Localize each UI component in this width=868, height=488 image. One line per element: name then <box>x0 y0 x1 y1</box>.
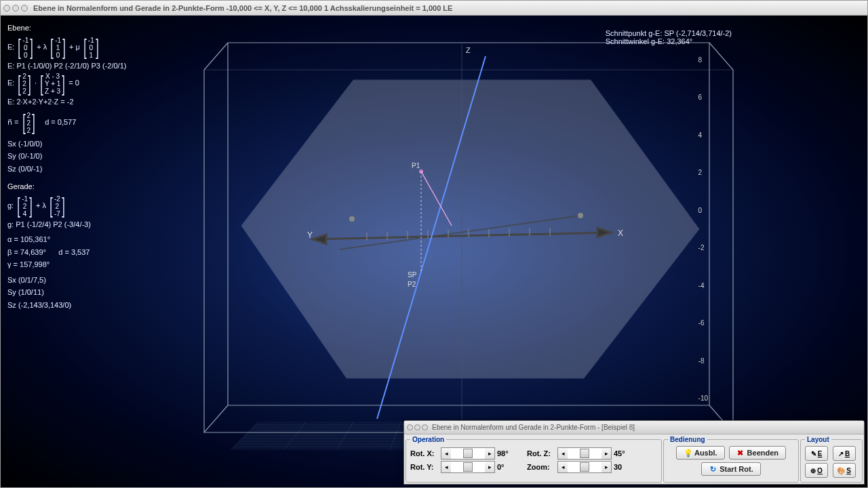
roty-label: Rot. Y: <box>410 463 439 471</box>
operation-legend: Operation <box>410 436 446 443</box>
arrow-left-icon[interactable]: ◂ <box>558 462 568 472</box>
close-icon[interactable] <box>3 5 10 12</box>
main-window: Ebene in Normalenform und Gerade in 2-Pu… <box>0 0 868 488</box>
window-buttons[interactable] <box>3 5 28 12</box>
bedienung-group: Bedienung 💡Ausbl. ✖Beenden ↻Start Rot. <box>663 436 799 483</box>
layout-s-button[interactable]: 🎨S <box>833 463 856 478</box>
palette-icon: 🎨 <box>837 467 845 474</box>
main-titlebar[interactable]: Ebene in Normalenform und Gerade in 2-Pu… <box>1 1 867 16</box>
rotx-value: 98° <box>497 449 517 458</box>
x-icon: ✖ <box>736 449 745 457</box>
control-titlebar[interactable]: Ebene in Normalenform und Gerade in 2-Pu… <box>404 421 864 434</box>
info-panel: Ebene: E: [-100] + λ [-110] + μ [-101] E… <box>7 22 211 312</box>
axis-y-label: Y <box>307 230 313 240</box>
layout-e-button[interactable]: ✎E <box>805 446 828 461</box>
arrow-right-icon[interactable]: ▸ <box>601 448 611 459</box>
ausblenden-button[interactable]: 💡Ausbl. <box>676 446 725 460</box>
layout-legend: Layout <box>805 436 831 443</box>
arrow-left-icon[interactable]: ◂ <box>441 462 451 472</box>
wand-icon: ↗ <box>838 450 844 458</box>
start-rotation-button[interactable]: ↻Start Rot. <box>701 462 761 476</box>
control-window[interactable]: Ebene in Normalenform und Gerade in 2-Pu… <box>403 420 865 485</box>
maximize-icon[interactable] <box>21 5 28 12</box>
right-axis-ticks: 86 42 0-2 -4-6 -8-10 <box>698 56 708 402</box>
p2-label: P2 <box>408 281 416 288</box>
minimize-icon[interactable] <box>12 5 19 12</box>
layout-o-button[interactable]: ⊕O <box>805 463 828 478</box>
rotz-label: Rot. Z: <box>527 449 555 458</box>
control-title: Ebene in Normalenform und Gerade in 2-Pu… <box>432 424 635 431</box>
arrow-right-icon[interactable]: ▸ <box>485 448 494 459</box>
arrow-left-icon[interactable]: ◂ <box>558 448 568 459</box>
target-icon: ⊕ <box>810 467 816 474</box>
beenden-button[interactable]: ✖Beenden <box>729 446 786 460</box>
ebene-title: Ebene: <box>7 22 211 34</box>
lightbulb-icon: 💡 <box>684 449 692 457</box>
intersection-info: Schnittpunkt g-E: SP (-2,714/3,714/-2) S… <box>606 29 732 45</box>
control-window-buttons[interactable] <box>407 424 428 430</box>
zoom-slider[interactable]: ◂▸ <box>557 461 612 473</box>
rotz-slider[interactable]: ◂▸ <box>557 447 612 460</box>
maximize-icon[interactable] <box>422 424 428 430</box>
rotx-slider[interactable]: ◂▸ <box>441 447 495 460</box>
rotz-value: 45° <box>614 449 634 458</box>
rotx-label: Rot. X: <box>410 449 439 458</box>
layout-group: Layout ✎E ↗B ⊕O 🎨S <box>800 436 863 483</box>
sp-label: SP <box>408 271 417 279</box>
p1-label: P1 <box>412 162 420 169</box>
arrow-right-icon[interactable]: ▸ <box>485 462 494 472</box>
bedienung-legend: Bedienung <box>668 436 707 443</box>
arrow-left-icon[interactable]: ◂ <box>441 448 451 459</box>
axis-x-label: X <box>618 228 623 238</box>
svg-marker-23 <box>241 80 699 378</box>
svg-point-44 <box>578 213 583 218</box>
layout-b-button[interactable]: ↗B <box>833 446 856 461</box>
axis-z-label: Z <box>466 46 471 54</box>
zoom-label: Zoom: <box>527 463 555 471</box>
arrow-right-icon[interactable]: ▸ <box>601 462 611 472</box>
gerade-title: Gerade: <box>7 181 211 192</box>
operation-group: Operation Rot. X: ◂▸ 98° Rot. Y: ◂▸ <box>406 436 662 483</box>
main-title: Ebene in Normalenform und Gerade in 2-Pu… <box>33 4 452 12</box>
roty-value: 0° <box>497 463 517 471</box>
viewport-3d[interactable]: X Y Z P1 P2 SP 86 42 0-2 -4-6 -8-10 Eben… <box>1 16 867 487</box>
refresh-icon: ↻ <box>709 465 717 473</box>
minimize-icon[interactable] <box>414 424 420 430</box>
roty-slider[interactable]: ◂▸ <box>441 461 495 473</box>
close-icon[interactable] <box>407 424 413 430</box>
svg-point-43 <box>349 216 355 222</box>
zoom-value: 30 <box>614 463 634 471</box>
pencil-icon: ✎ <box>811 450 816 458</box>
